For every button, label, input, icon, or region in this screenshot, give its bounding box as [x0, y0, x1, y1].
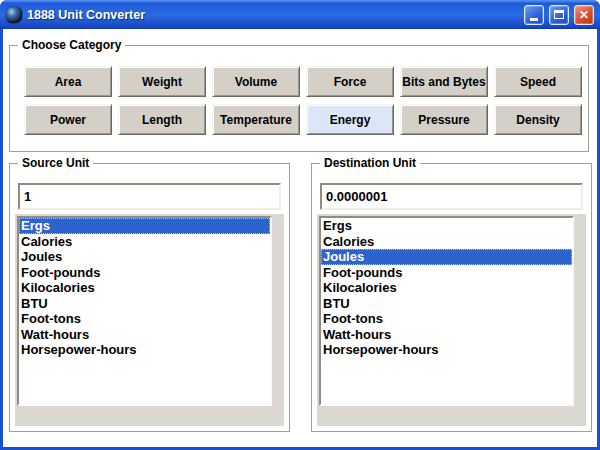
source-list-backing: Ergs Calories Joules Foot-pounds Kilocal…: [15, 214, 284, 426]
source-unit-option-kilocalories[interactable]: Kilocalories: [19, 280, 270, 296]
category-button-temperature[interactable]: Temperature: [212, 104, 300, 135]
source-unit-option-joules[interactable]: Joules: [19, 249, 270, 265]
category-button-power[interactable]: Power: [24, 104, 112, 135]
close-icon: ✕: [579, 9, 589, 21]
category-button-area[interactable]: Area: [24, 66, 112, 97]
category-row-1: Area Weight Volume Force Bits and Bytes …: [24, 66, 582, 97]
destination-unit-option-kilocalories[interactable]: Kilocalories: [321, 280, 572, 296]
maximize-icon: [554, 10, 564, 19]
minimize-button[interactable]: [524, 5, 544, 25]
destination-unit-option-ergs[interactable]: Ergs: [321, 218, 572, 234]
destination-unit-option-watt-hours[interactable]: Watt-hours: [321, 327, 572, 343]
title-bar[interactable]: 1888 Unit Converter ✕: [0, 0, 600, 29]
category-row-2: Power Length Temperature Energy Pressure…: [24, 104, 582, 135]
category-button-length[interactable]: Length: [118, 104, 206, 135]
category-group-label: Choose Category: [18, 38, 125, 53]
destination-unit-option-foot-tons[interactable]: Foot-tons: [321, 311, 572, 327]
app-icon[interactable]: [6, 7, 22, 23]
source-unit-option-ergs[interactable]: Ergs: [19, 218, 270, 234]
destination-unit-option-horsepower-hours[interactable]: Horsepower-hours: [321, 342, 572, 358]
destination-unit-option-btu[interactable]: BTU: [321, 296, 572, 312]
app-window: 1888 Unit Converter ✕ Choose Category Ar…: [0, 0, 600, 450]
source-unit-option-foot-pounds[interactable]: Foot-pounds: [19, 265, 270, 281]
close-button[interactable]: ✕: [574, 5, 594, 25]
destination-list-backing: Ergs Calories Joules Foot-pounds Kilocal…: [317, 214, 586, 426]
source-group-label: Source Unit: [18, 156, 93, 171]
window-content: Choose Category Area Weight Volume Force…: [3, 29, 597, 447]
source-value-input[interactable]: [18, 183, 281, 210]
source-unit-option-watt-hours[interactable]: Watt-hours: [19, 327, 270, 343]
category-button-bits-and-bytes[interactable]: Bits and Bytes: [400, 66, 488, 97]
source-unit-list[interactable]: Ergs Calories Joules Foot-pounds Kilocal…: [17, 216, 272, 406]
category-button-speed[interactable]: Speed: [494, 66, 582, 97]
destination-unit-option-calories[interactable]: Calories: [321, 234, 572, 250]
category-groupbox: Choose Category Area Weight Volume Force…: [9, 45, 589, 152]
destination-unit-option-joules[interactable]: Joules: [321, 249, 572, 265]
category-button-pressure[interactable]: Pressure: [400, 104, 488, 135]
category-button-volume[interactable]: Volume: [212, 66, 300, 97]
category-button-energy[interactable]: Energy: [306, 104, 394, 135]
destination-group-label: Destination Unit: [320, 156, 420, 171]
source-unit-option-foot-tons[interactable]: Foot-tons: [19, 311, 270, 327]
category-button-density[interactable]: Density: [494, 104, 582, 135]
category-button-weight[interactable]: Weight: [118, 66, 206, 97]
destination-unit-list[interactable]: Ergs Calories Joules Foot-pounds Kilocal…: [319, 216, 574, 406]
source-unit-groupbox: Source Unit Ergs Calories Joules Foot-po…: [9, 163, 290, 432]
source-unit-option-horsepower-hours[interactable]: Horsepower-hours: [19, 342, 270, 358]
window-title: 1888 Unit Converter: [27, 8, 519, 22]
maximize-button[interactable]: [549, 5, 569, 25]
category-button-force[interactable]: Force: [306, 66, 394, 97]
source-unit-option-calories[interactable]: Calories: [19, 234, 270, 250]
minimize-icon: [530, 18, 538, 21]
destination-unit-option-foot-pounds[interactable]: Foot-pounds: [321, 265, 572, 281]
destination-value-input[interactable]: [320, 183, 583, 210]
source-unit-option-btu[interactable]: BTU: [19, 296, 270, 312]
destination-unit-groupbox: Destination Unit Ergs Calories Joules Fo…: [311, 163, 592, 432]
